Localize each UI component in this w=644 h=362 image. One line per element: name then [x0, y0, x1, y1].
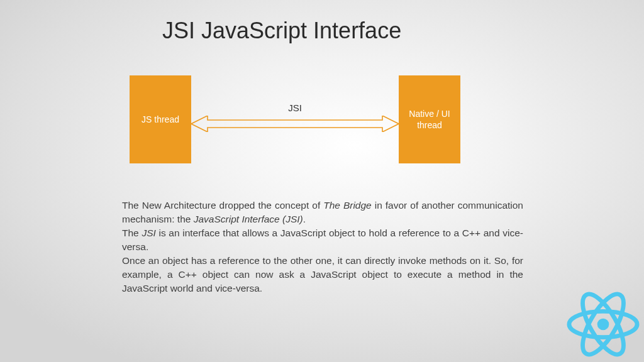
paragraph-3: Once an object has a reference to the ot… [122, 254, 523, 295]
paragraph-2: The JSI is an interface that allows a Ja… [122, 226, 523, 254]
svg-marker-0 [191, 116, 399, 132]
text-em: The Bridge [323, 200, 372, 211]
svg-point-4 [597, 319, 609, 331]
native-ui-thread-label: Native / UI thread [401, 108, 458, 131]
text-span: . [303, 214, 306, 224]
native-ui-thread-box: Native / UI thread [399, 75, 460, 163]
text-span: The [122, 228, 142, 238]
double-arrow-icon [191, 116, 399, 132]
text-span: The New Architecture dropped the concept… [122, 200, 323, 211]
js-thread-label: JS thread [142, 114, 179, 125]
page-title: JSI JavaScript Interface [162, 18, 401, 44]
react-logo-icon [566, 290, 640, 358]
text-em: JavaScript Interface (JSI) [194, 214, 303, 224]
text-em: JSI [142, 228, 155, 238]
arrow-label: JSI [191, 102, 399, 113]
text-span: is an interface that allows a JavaScript… [122, 228, 523, 252]
description-text: The New Architecture dropped the concept… [122, 199, 523, 295]
js-thread-box: JS thread [130, 75, 191, 163]
paragraph-1: The New Architecture dropped the concept… [122, 199, 523, 226]
